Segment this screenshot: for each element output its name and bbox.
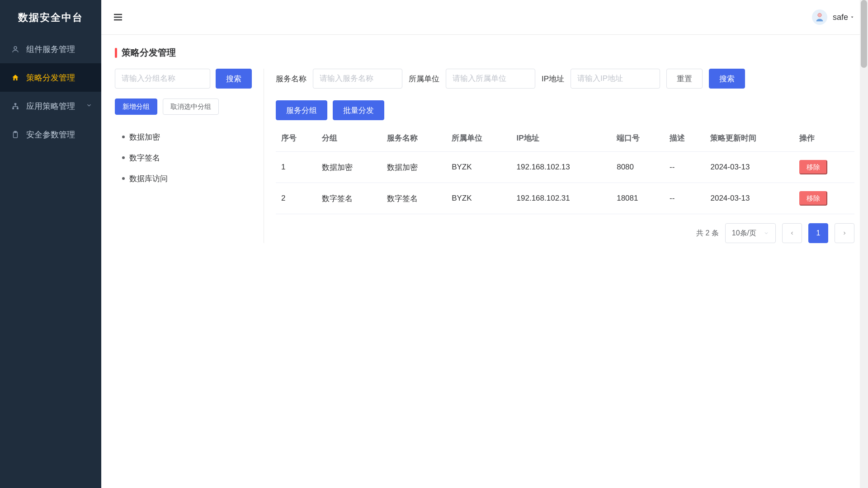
sidebar-item-label: 组件服务管理 bbox=[26, 44, 75, 55]
add-group-button[interactable]: 新增分组 bbox=[115, 99, 157, 115]
topbar: safe bbox=[101, 0, 868, 35]
svg-point-9 bbox=[818, 13, 821, 17]
filter-unit-label: 所属单位 bbox=[409, 74, 439, 84]
svg-point-0 bbox=[14, 47, 17, 49]
th-updated: 策略更新时间 bbox=[705, 125, 793, 152]
cell-group: 数据加密 bbox=[316, 152, 381, 183]
pagination: 共 2 条 10条/页 1 bbox=[276, 223, 854, 243]
page-size-label: 10条/页 bbox=[732, 229, 756, 238]
group-item[interactable]: 数字签名 bbox=[119, 147, 252, 168]
search-button[interactable]: 搜索 bbox=[709, 69, 745, 89]
svg-rect-1 bbox=[14, 103, 17, 105]
remove-button[interactable]: 移除 bbox=[799, 191, 827, 206]
svg-rect-3 bbox=[17, 108, 19, 109]
caret-down-icon bbox=[850, 15, 854, 19]
sidebar-menu: 组件服务管理 策略分发管理 应用策略管理 bbox=[0, 35, 101, 149]
group-search-input[interactable] bbox=[115, 69, 210, 89]
th-unit: 所属单位 bbox=[446, 125, 511, 152]
pagination-next[interactable] bbox=[835, 223, 854, 243]
cell-group: 数字签名 bbox=[316, 183, 381, 214]
chevron-right-icon bbox=[842, 230, 847, 236]
app-logo: 数据安全中台 bbox=[0, 0, 101, 35]
scrollbar[interactable] bbox=[860, 0, 868, 488]
page-title: 策略分发管理 bbox=[122, 47, 176, 59]
cell-port: 8080 bbox=[611, 152, 664, 183]
sidebar-item-label: 应用策略管理 bbox=[26, 101, 75, 112]
home-icon bbox=[11, 73, 20, 82]
cell-ip: 192.168.102.13 bbox=[511, 152, 612, 183]
group-list: 数据加密 数字签名 数据库访问 bbox=[115, 127, 252, 189]
service-table: 序号 分组 服务名称 所属单位 IP地址 端口号 描述 策略更新时间 操作 bbox=[276, 125, 854, 214]
main: safe 策略分发管理 搜索 新增分组 取消选 bbox=[101, 0, 868, 488]
group-item-label: 数字签名 bbox=[129, 153, 160, 163]
bullet-icon bbox=[122, 156, 125, 159]
sidebar-item-security-params[interactable]: 安全参数管理 bbox=[0, 120, 101, 149]
avatar bbox=[812, 9, 827, 25]
action-row: 服务分组 批量分发 bbox=[276, 100, 854, 120]
cell-service: 数字签名 bbox=[382, 183, 446, 214]
filter-unit-input[interactable] bbox=[446, 69, 535, 89]
pagination-prev[interactable] bbox=[782, 223, 802, 243]
group-item[interactable]: 数据加密 bbox=[119, 127, 252, 147]
title-accent-bar bbox=[115, 48, 117, 58]
page-title-wrap: 策略分发管理 bbox=[115, 47, 854, 59]
reset-button[interactable]: 重置 bbox=[666, 69, 703, 89]
page-size-select[interactable]: 10条/页 bbox=[725, 223, 776, 243]
sidebar-item-component-service[interactable]: 组件服务管理 bbox=[0, 35, 101, 63]
th-ip: IP地址 bbox=[511, 125, 612, 152]
th-port: 端口号 bbox=[611, 125, 664, 152]
cell-seq: 1 bbox=[276, 152, 316, 183]
users-icon bbox=[11, 45, 20, 54]
bulk-dispatch-button[interactable]: 批量分发 bbox=[333, 100, 384, 120]
pagination-total: 共 2 条 bbox=[696, 229, 719, 238]
content: 策略分发管理 搜索 新增分组 取消选中分组 bbox=[101, 35, 868, 488]
table-row: 1 数据加密 数据加密 BYZK 192.168.102.13 8080 -- … bbox=[276, 152, 854, 183]
sidebar-item-policy-dispatch[interactable]: 策略分发管理 bbox=[0, 63, 101, 92]
chevron-down-icon bbox=[86, 101, 92, 111]
sidebar: 数据安全中台 组件服务管理 策略分发管理 应用策略管理 bbox=[0, 0, 101, 488]
group-item-label: 数据加密 bbox=[129, 132, 160, 142]
cell-op: 移除 bbox=[794, 183, 854, 214]
service-panel: 服务名称 所属单位 IP地址 重置 搜索 服务分组 批量分发 bbox=[264, 69, 854, 243]
service-group-button[interactable]: 服务分组 bbox=[276, 100, 327, 120]
table-header-row: 序号 分组 服务名称 所属单位 IP地址 端口号 描述 策略更新时间 操作 bbox=[276, 125, 854, 152]
th-desc: 描述 bbox=[664, 125, 705, 152]
cell-desc: -- bbox=[664, 183, 705, 214]
table-row: 2 数字签名 数字签名 BYZK 192.168.102.31 18081 --… bbox=[276, 183, 854, 214]
chevron-left-icon bbox=[789, 230, 795, 236]
cell-ip: 192.168.102.31 bbox=[511, 183, 612, 214]
th-service: 服务名称 bbox=[382, 125, 446, 152]
filter-service-label: 服务名称 bbox=[276, 74, 307, 84]
sidebar-item-app-policy[interactable]: 应用策略管理 bbox=[0, 92, 101, 120]
cell-unit: BYZK bbox=[446, 152, 511, 183]
svg-rect-5 bbox=[14, 131, 17, 132]
cell-unit: BYZK bbox=[446, 183, 511, 214]
bullet-icon bbox=[122, 177, 125, 180]
cancel-select-group-button[interactable]: 取消选中分组 bbox=[163, 99, 219, 115]
user-name: safe bbox=[833, 13, 854, 22]
bullet-icon bbox=[122, 136, 125, 138]
cell-op: 移除 bbox=[794, 152, 854, 183]
group-search-button[interactable]: 搜索 bbox=[216, 69, 252, 89]
filter-service-input[interactable] bbox=[313, 69, 402, 89]
svg-rect-2 bbox=[12, 108, 14, 109]
th-op: 操作 bbox=[794, 125, 854, 152]
cell-service: 数据加密 bbox=[382, 152, 446, 183]
cell-seq: 2 bbox=[276, 183, 316, 214]
th-seq: 序号 bbox=[276, 125, 316, 152]
filter-ip-label: IP地址 bbox=[542, 74, 564, 84]
cell-updated: 2024-03-13 bbox=[705, 152, 793, 183]
sidebar-item-label: 安全参数管理 bbox=[26, 129, 75, 140]
scrollbar-thumb[interactable] bbox=[861, 0, 867, 68]
pagination-page-1[interactable]: 1 bbox=[808, 223, 828, 243]
remove-button[interactable]: 移除 bbox=[799, 160, 827, 174]
clipboard-icon bbox=[11, 130, 20, 139]
cell-port: 18081 bbox=[611, 183, 664, 214]
th-group: 分组 bbox=[316, 125, 381, 152]
filter-ip-input[interactable] bbox=[571, 69, 660, 89]
group-panel: 搜索 新增分组 取消选中分组 数据加密 数字签名 bbox=[115, 69, 264, 243]
cell-updated: 2024-03-13 bbox=[705, 183, 793, 214]
user-menu[interactable]: safe bbox=[812, 9, 854, 25]
hamburger-icon[interactable] bbox=[112, 11, 124, 23]
group-item[interactable]: 数据库访问 bbox=[119, 168, 252, 189]
